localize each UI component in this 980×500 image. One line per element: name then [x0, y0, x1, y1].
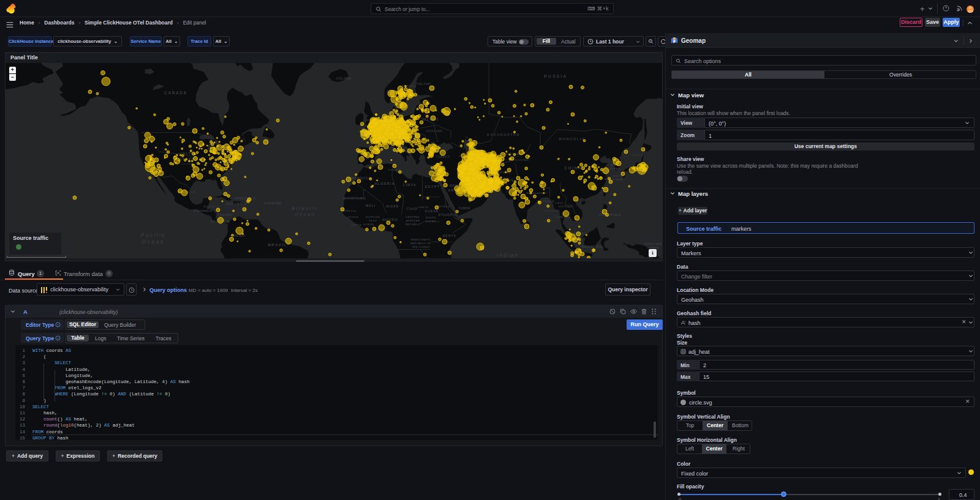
svg-text:PANAMA: PANAMA	[217, 214, 232, 217]
svg-text:CENTRAL: CENTRAL	[405, 215, 420, 218]
svg-text:YEMEN: YEMEN	[458, 207, 470, 210]
svg-text:RUSSIA: RUSSIA	[544, 74, 567, 78]
svg-text:Ocean: Ocean	[295, 212, 316, 217]
svg-text:VIETNAM: VIETNAM	[558, 205, 572, 208]
svg-text:GUINEA: GUINEA	[347, 215, 359, 218]
svg-text:FASO: FASO	[369, 219, 377, 222]
svg-text:DEMOCRATIC: DEMOCRATIC	[410, 238, 431, 241]
svg-text:MAURITANIA: MAURITANIA	[343, 197, 366, 200]
svg-text:VENEZUELA: VENEZUELA	[234, 197, 256, 200]
svg-text:AFRICAN: AFRICAN	[406, 219, 420, 222]
svg-text:MOROCCO: MOROCCO	[351, 176, 372, 180]
svg-text:BURKINA: BURKINA	[366, 215, 380, 218]
svg-text:MALI: MALI	[366, 204, 375, 207]
svg-text:CANADA: CANADA	[164, 91, 187, 95]
svg-text:LIBERIA: LIBERIA	[350, 223, 362, 226]
svg-text:THAILAND: THAILAND	[544, 209, 560, 212]
svg-text:CHAD: CHAD	[407, 207, 418, 211]
svg-text:TURKEY: TURKEY	[436, 155, 450, 159]
svg-text:COLOMBIA: COLOMBIA	[226, 202, 247, 206]
svg-text:KOREA: KOREA	[613, 178, 624, 181]
svg-text:CAMBODIA: CAMBODIA	[555, 215, 571, 218]
svg-text:JAPAN: JAPAN	[632, 154, 644, 157]
svg-text:CHINA: CHINA	[564, 166, 582, 170]
svg-text:SURINAME: SURINAME	[263, 202, 282, 205]
svg-text:KAZAKHSTAN: KAZAKHSTAN	[487, 133, 520, 136]
svg-text:INDONESIA: INDONESIA	[581, 245, 603, 248]
svg-text:KENYA: KENYA	[443, 234, 456, 237]
svg-text:REPUBLIC OF: REPUBLIC OF	[410, 242, 431, 245]
svg-text:NIGER: NIGER	[386, 204, 399, 208]
svg-text:PHILIPPINES: PHILIPPINES	[599, 214, 621, 217]
svg-text:ERITREA: ERITREA	[437, 205, 450, 208]
svg-text:ALGERIA: ALGERIA	[374, 182, 394, 185]
svg-text:Atlantic: Atlantic	[291, 206, 318, 211]
svg-text:EGYPT: EGYPT	[425, 185, 440, 188]
svg-text:FINLAND: FINLAND	[416, 83, 431, 86]
svg-text:ETHIOPIA: ETHIOPIA	[439, 213, 457, 217]
svg-text:THE CONGO: THE CONGO	[412, 245, 430, 248]
svg-text:KOREA: KOREA	[610, 167, 620, 170]
svg-text:NICARAGUA: NICARAGUA	[204, 206, 221, 208]
svg-text:GUATEMALA: GUATEMALA	[194, 209, 213, 212]
svg-text:UKRAINE: UKRAINE	[426, 130, 442, 133]
svg-text:MONGOLIA: MONGOLIA	[559, 137, 585, 141]
svg-text:SOUTH: SOUTH	[425, 216, 435, 219]
svg-text:SENEGAL: SENEGAL	[342, 209, 357, 212]
svg-text:SUDAN: SUDAN	[425, 209, 439, 213]
svg-text:GABON: GABON	[418, 206, 428, 209]
svg-text:Indian: Indian	[497, 252, 519, 258]
svg-text:GHANA: GHANA	[363, 223, 374, 226]
svg-text:SWEDEN: SWEDEN	[402, 85, 417, 88]
svg-text:ICELAND: ICELAND	[336, 77, 352, 80]
svg-text:LAOS: LAOS	[555, 201, 563, 204]
svg-text:BRAZIL: BRAZIL	[268, 243, 287, 247]
svg-text:REPUBLIC: REPUBLIC	[405, 223, 420, 226]
svg-text:NIGERIA: NIGERIA	[382, 218, 398, 222]
svg-text:SUDAN: SUDAN	[425, 220, 435, 223]
svg-text:LIBYA: LIBYA	[403, 183, 417, 187]
svg-text:Pacific: Pacific	[140, 232, 166, 238]
svg-text:Ocean: Ocean	[141, 239, 165, 245]
svg-text:PAPUA NEW: PAPUA NEW	[644, 242, 662, 245]
